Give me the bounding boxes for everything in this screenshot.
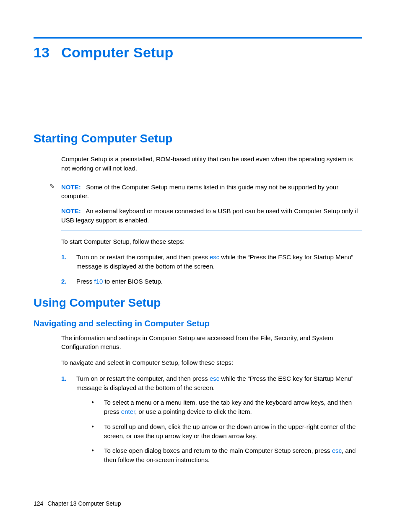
- section-heading-starting: Starting Computer Setup: [34, 132, 362, 145]
- footer-label: Chapter 13 Computer Setup: [47, 500, 121, 507]
- key-f10: f10: [94, 278, 103, 285]
- note-1: NOTE: Some of the Computer Setup menu it…: [61, 183, 362, 201]
- step-text-pre: Press: [76, 278, 94, 285]
- section2-steps: 1. Turn on or restart the computer, and …: [61, 374, 362, 465]
- key-esc: esc: [210, 253, 219, 261]
- note-label: NOTE:: [61, 183, 81, 191]
- section1-body: Computer Setup is a preinstalled, ROM-ba…: [61, 155, 362, 246]
- chapter-title: 13Computer Setup: [34, 44, 362, 61]
- key-esc: esc: [210, 375, 219, 382]
- step-text-pre: Turn on or restart the computer, and the…: [76, 253, 210, 261]
- spacer: [34, 61, 362, 132]
- step-1: 1. Turn on or restart the computer, and …: [61, 374, 362, 465]
- bullet-list: To select a menu or a menu item, use the…: [91, 398, 362, 465]
- step-number: 1.: [61, 374, 67, 383]
- chapter-name: Computer Setup: [61, 44, 173, 60]
- section1-intro: Computer Setup is a preinstalled, ROM-ba…: [61, 155, 362, 173]
- note-label: NOTE:: [61, 207, 81, 214]
- step-text-post: to enter BIOS Setup.: [103, 278, 163, 285]
- step-1: 1. Turn on or restart the computer, and …: [61, 253, 362, 271]
- step-number: 2.: [61, 277, 67, 286]
- page-footer: 124Chapter 13 Computer Setup: [34, 500, 121, 507]
- page-number: 124: [34, 500, 43, 507]
- note-text: An external keyboard or mouse connected …: [61, 207, 358, 224]
- bullet-text-pre: To close open dialog boxes and return to…: [104, 447, 332, 454]
- bullet-1: To select a menu or a menu item, use the…: [91, 398, 362, 416]
- top-rule: [34, 37, 362, 39]
- section2-leadin: To navigate and select in Computer Setup…: [61, 358, 362, 367]
- step-text-pre: Turn on or restart the computer, and the…: [76, 375, 210, 382]
- page: 13Computer Setup Starting Computer Setup…: [0, 0, 400, 532]
- note-text: Some of the Computer Setup menu items li…: [61, 183, 338, 200]
- key-esc: esc: [332, 447, 342, 454]
- bullet-text-post: , or use a pointing device to click the …: [135, 408, 252, 415]
- section-heading-using: Using Computer Setup: [34, 296, 362, 310]
- chapter-number: 13: [34, 44, 49, 61]
- subsection-heading-navigating: Navigating and selecting in Computer Set…: [34, 319, 362, 328]
- note-box: ✎ NOTE: Some of the Computer Setup menu …: [61, 180, 362, 230]
- step-2: 2. Press f10 to enter BIOS Setup.: [61, 277, 362, 286]
- key-enter: enter: [121, 408, 135, 415]
- section1-steps: 1. Turn on or restart the computer, and …: [61, 253, 362, 286]
- section1-leadin: To start Computer Setup, follow these st…: [61, 237, 362, 246]
- bullet-3: To close open dialog boxes and return to…: [91, 446, 362, 465]
- note-2: NOTE: An external keyboard or mouse conn…: [61, 207, 362, 225]
- section2-intro: The information and settings in Computer…: [61, 333, 362, 352]
- section2-body: The information and settings in Computer…: [61, 333, 362, 367]
- bullet-2: To scroll up and down, click the up arro…: [91, 422, 362, 441]
- step-number: 1.: [61, 253, 67, 262]
- note-icon: ✎: [49, 183, 55, 190]
